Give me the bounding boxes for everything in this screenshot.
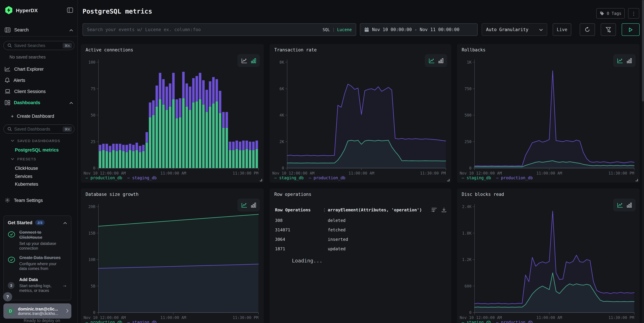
legend-item-staging_db[interactable]: — staging_db: [274, 176, 304, 180]
table-row[interactable]: 1871updated: [275, 244, 446, 253]
check-circle-icon: [8, 256, 15, 264]
sidebar-item-client-sessions[interactable]: Client Sessions: [0, 86, 78, 96]
sql-mode-button[interactable]: SQL: [322, 27, 330, 32]
chevron-up-icon[interactable]: [63, 220, 67, 226]
tags-label: 0 Tags: [607, 11, 622, 16]
chart-svg: 1K7505002500Nov 10 12:00:00 AM11:00:00 A…: [457, 44, 640, 183]
svg-text:20B: 20B: [88, 204, 96, 209]
chart-legend: — production_db— staging_db: [86, 320, 156, 323]
legend-item-production_db[interactable]: — production_db: [496, 320, 533, 323]
granularity-select[interactable]: Auto Granularity: [482, 23, 547, 36]
get-started-step-3[interactable]: 3 Add Data Start sending logs, metrics, …: [8, 277, 67, 293]
sidebar-item-search[interactable]: Search: [0, 25, 78, 34]
run-query-button[interactable]: [622, 23, 640, 36]
table-header: Row Operations ⋮ arrayElement(Attributes…: [275, 207, 446, 212]
saved-dashboards-field[interactable]: [14, 127, 63, 132]
sidebar-item-clickhouse[interactable]: ClickHouse: [0, 164, 78, 172]
saved-searches-field[interactable]: [14, 43, 63, 48]
page-scrollbar[interactable]: [642, 0, 644, 323]
svg-text:1.2K: 1.2K: [462, 258, 472, 262]
table-row[interactable]: 314071fetched: [275, 225, 446, 234]
legend-item-staging_db[interactable]: — staging_db: [462, 320, 491, 323]
legend-item-staging_db[interactable]: — staging_db: [127, 176, 156, 180]
user-profile-button[interactable]: D dominic.tran@clic... dominic.tran@clic…: [4, 304, 71, 318]
wrap-lines-icon[interactable]: [431, 207, 437, 212]
table-row[interactable]: 308deleted: [275, 216, 446, 225]
step-desc: Configure where your data comes from: [19, 262, 63, 271]
lucene-mode-button[interactable]: Lucene: [337, 27, 352, 32]
svg-text:1K: 1K: [467, 60, 472, 64]
resize-handle[interactable]: [260, 179, 262, 181]
page-title: PostgreSQL metrics: [82, 8, 152, 15]
svg-text:11:30:00 PM: 11:30:00 PM: [233, 316, 258, 320]
chart-canvas: 1K7505002500Nov 10 12:00:00 AM11:00:00 A…: [457, 44, 640, 183]
date-range-picker[interactable]: Nov 10 00:00:00 - Nov 11 00:00:00: [360, 23, 478, 36]
more-menu-button[interactable]: ⋮: [628, 8, 639, 18]
sidebar-item-services[interactable]: Services: [0, 172, 78, 180]
svg-text:11:00:00 AM: 11:00:00 AM: [536, 171, 562, 175]
calendar-icon: [364, 27, 369, 32]
legend-item-production_db[interactable]: — production_db: [86, 176, 122, 180]
laptop-icon: [5, 89, 10, 94]
column-resize-handle[interactable]: ⋮: [322, 207, 328, 212]
group-presets[interactable]: PRESETS: [0, 156, 78, 162]
resize-handle[interactable]: [447, 179, 450, 181]
scrollbar-thumb[interactable]: [642, 0, 644, 102]
legend-item-production_db[interactable]: — production_db: [86, 320, 122, 323]
legend-item-staging_db[interactable]: — staging_db: [462, 176, 491, 180]
download-icon[interactable]: [442, 207, 446, 212]
help-button[interactable]: ?: [3, 292, 12, 301]
preset-label: Kubernetes: [15, 182, 38, 186]
chart-type-toggle[interactable]: [613, 198, 636, 212]
chart-title: Disc blocks read: [462, 192, 504, 197]
table-row[interactable]: 3064inserted: [275, 234, 446, 244]
group-saved-dashboards[interactable]: SAVED DASHBOARDS: [0, 137, 78, 144]
legend-item-staging_db[interactable]: — staging_db: [127, 320, 156, 323]
chevron-up-icon: [69, 100, 73, 105]
chart-type-toggle[interactable]: [425, 54, 447, 67]
saved-dashboards-input[interactable]: ⌘K: [4, 124, 74, 134]
legend-item-production_db[interactable]: — production_db: [496, 176, 533, 180]
tags-button[interactable]: 0 Tags: [596, 8, 625, 18]
refresh-button[interactable]: [580, 23, 595, 36]
saved-searches-input[interactable]: ⌘K: [4, 41, 74, 50]
svg-text:Nov 10 12:00:00 AM: Nov 10 12:00:00 AM: [272, 171, 314, 175]
legend-item-production_db[interactable]: — production_db: [309, 176, 345, 180]
app-root: HyperDX Search ⌘K No saved searches Char…: [0, 0, 644, 323]
chart-card-database-size-growth: Database size growth 20B15B10B5B0Nov 10 …: [81, 188, 264, 323]
collapse-sidebar-button[interactable]: [67, 8, 73, 13]
svg-text:11:00:00 AM: 11:00:00 AM: [160, 316, 186, 320]
sidebar-item-kubernetes[interactable]: Kubernetes: [0, 180, 78, 188]
sidebar-item-alerts[interactable]: Alerts: [0, 76, 78, 85]
filter-button[interactable]: [601, 23, 616, 36]
refresh-icon: [584, 27, 590, 32]
svg-text:11:30:00 PM: 11:30:00 PM: [233, 171, 258, 175]
date-range-value: Nov 10 00:00:00 - Nov 11 00:00:00: [372, 27, 460, 32]
sidebar-item-team-settings[interactable]: Team Settings: [0, 196, 78, 205]
create-dashboard-button[interactable]: + Create Dashboard: [0, 112, 78, 120]
svg-text:0: 0: [93, 166, 96, 170]
table-col-header[interactable]: Row Operations: [275, 207, 322, 212]
chart-type-toggle[interactable]: [238, 54, 260, 67]
get-started-step-2[interactable]: Create Data Sources Configure where your…: [8, 255, 67, 271]
filter-edit-icon: [605, 26, 611, 33]
sidebar-item-postgresql-metrics[interactable]: PostgreSQL metrics: [0, 146, 78, 154]
tag-icon: [600, 11, 604, 16]
svg-text:500: 500: [464, 113, 472, 117]
chart-type-toggle[interactable]: [238, 198, 260, 212]
live-button[interactable]: Live: [553, 23, 571, 36]
table-col-header[interactable]: arrayElement(Attributes, 'operation'): [328, 207, 431, 212]
dashboards-icon: [5, 100, 10, 105]
svg-text:600: 600: [464, 284, 472, 288]
sidebar-item-chart-explorer[interactable]: Chart Explorer: [0, 64, 78, 74]
dashboard-item-label: PostgreSQL metrics: [15, 147, 59, 152]
table-title: Row operations: [274, 192, 311, 197]
line-chart-icon: [241, 202, 247, 208]
event-search-input[interactable]: [87, 27, 322, 32]
cell-operation: inserted: [328, 236, 446, 242]
bar-chart-icon: [626, 202, 632, 208]
resize-handle[interactable]: [636, 179, 638, 181]
chart-type-toggle[interactable]: [613, 54, 636, 67]
sidebar-item-dashboards[interactable]: Dashboards: [0, 98, 78, 107]
get-started-step-1[interactable]: Connect to ClickHouse Set up your databa…: [8, 230, 67, 251]
